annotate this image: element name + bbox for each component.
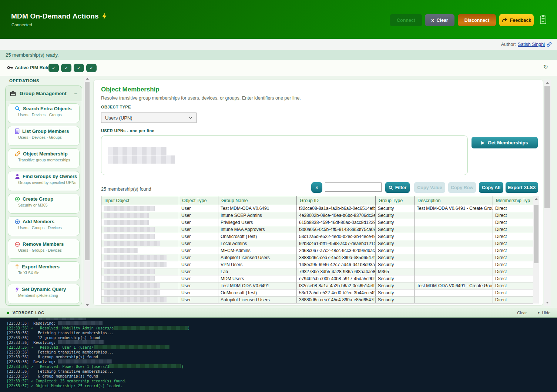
main-scrollbar-thumb[interactable] [544, 86, 550, 208]
scroll-up-icon[interactable] [86, 78, 89, 80]
redacted-input-object [104, 220, 149, 225]
sidebar-item-find-groups-by-owners[interactable]: Find Groups by OwnersGroups owned by spe… [8, 171, 80, 191]
scroll-down-icon[interactable] [546, 302, 549, 304]
log-clear-button[interactable]: Clear [517, 311, 527, 315]
copy-row-button[interactable]: Copy Row [448, 182, 476, 193]
log-timestamp: [22:33:36] [7, 369, 29, 373]
filter-input[interactable] [325, 182, 382, 192]
sidebar-group-header[interactable]: Group Management − [6, 86, 82, 101]
column-header-object-type[interactable]: Object Type [179, 196, 218, 205]
cell-group-type: Security [376, 212, 415, 219]
redacted-input-object [104, 297, 167, 302]
table-row[interactable]: UserLab793278be-3db5-4a28-936a-6f3aa4ae8… [101, 268, 534, 275]
sidebar-item-title: List Group Members [22, 128, 69, 134]
copy-all-button[interactable]: Copy All [479, 182, 503, 193]
table-row[interactable]: UserIntune MAA Approversf3d0a056-0c5b-4f… [101, 226, 534, 233]
sidebar-scrollbar-thumb[interactable] [85, 82, 90, 260]
log-line: [22:33:37] ✓ Object Membership: 25 recor… [7, 383, 557, 388]
copy-value-button[interactable]: Copy Value [414, 182, 445, 193]
refresh-icon[interactable]: ↻ [543, 63, 548, 70]
sidebar-item-list-group-members[interactable]: List Group MembersUsers · Devices · Grou… [8, 126, 80, 146]
sidebar-item-object-membership[interactable]: Object MembershipTransitive group member… [8, 148, 80, 168]
sidebar-item-export-members[interactable]: Export MembersTo XLSX file [8, 261, 80, 281]
page-title: MDM On-Demand Actions [11, 12, 99, 20]
cell-input-object [101, 304, 179, 304]
arrow-up-icon [15, 264, 19, 269]
table-row[interactable]: UserTest MDM-ODA V0.6491f32cce08-8a1a-4a… [101, 205, 534, 212]
play-icon: ▶ [481, 140, 484, 145]
scroll-up-icon[interactable] [546, 82, 549, 84]
cell-membership-type: Direct [493, 219, 534, 226]
object-type-select[interactable]: Users (UPN) [101, 113, 197, 123]
table-row[interactable]: UserTest MDM-ODA V0.6491f32cce08-8a1a-4a… [101, 282, 534, 289]
upns-textarea[interactable] [101, 135, 468, 175]
sidebar-item-title: Find Groups by Owners [23, 174, 77, 179]
table-scrollbar-thumb[interactable] [534, 205, 538, 263]
pim-role-badge[interactable]: ✓ [48, 64, 59, 72]
pim-role-badge[interactable]: ✓ [61, 64, 71, 72]
log-line [7, 318, 557, 321]
table-row[interactable]: UserVPN Users148ecf95-6946-42c7-ad46-d41… [101, 261, 534, 268]
scroll-down-icon[interactable] [86, 304, 89, 306]
get-memberships-button[interactable]: ▶ Get Memberships [472, 137, 538, 148]
cell-membership-type: Direct [493, 296, 534, 304]
connect-button[interactable]: Connect [390, 14, 422, 26]
log-line: [22:33:36] 6 group membership(s) found [7, 374, 557, 379]
scroll-up-icon[interactable] [535, 198, 538, 200]
cell-membership-type: Direct [493, 289, 534, 296]
log-status-dot-icon [7, 312, 9, 314]
clipboard-icon[interactable] [540, 15, 547, 24]
column-header-group-name[interactable]: Group Name [218, 196, 297, 205]
table-row[interactable]: UserPrivileged Users615b8838-459f-46df-8… [101, 219, 534, 226]
feedback-button[interactable]: Feedback [499, 14, 534, 26]
cell-description: Test MDM-ODA V0.6491 - Create Group [415, 282, 493, 289]
export-xlsx-button[interactable]: Export XLSX [506, 182, 538, 193]
sidebar-item-set-dynamic-query[interactable]: Set Dynamic QueryMembershipRule string [8, 284, 80, 304]
table-row[interactable]: UserAutopilot Licensed Users38880d6c-cea… [101, 296, 534, 304]
cell-group-type: Security [376, 219, 415, 226]
table-row[interactable]: UserMECM-Admins2d68c067-a7c2-48cc-9cc3-9… [101, 247, 534, 254]
sidebar-item-title: Search Entra Objects [23, 106, 72, 111]
table-row[interactable]: UserMDM Userse794b2cb-c00b-40b8-a917-45d… [101, 275, 534, 282]
cell-object-type: User [179, 240, 218, 247]
main-panel: Object Membership Resolve transitive gro… [93, 80, 543, 306]
table-row[interactable]: UserLocal Admins92b3c461-bff1-4598-ac07-… [101, 240, 534, 247]
redacted-input-object [104, 290, 160, 295]
cell-object-type: User [179, 254, 218, 261]
sidebar-item-remove-members[interactable]: Remove MembersUsers · Groups · Devices [8, 239, 80, 259]
sidebar-item-create-group[interactable]: Create GroupSecurity or M365 [8, 194, 80, 214]
column-header-membership-typ[interactable]: Membership Typ [493, 196, 534, 205]
filter-button[interactable]: Filter [385, 182, 410, 193]
log-line: [22:33:35] Resolving: [7, 321, 557, 326]
column-header-description[interactable]: Description [415, 196, 493, 205]
clear-button[interactable]: xClear [425, 14, 454, 26]
pim-roles-label: Active PIM Roles [15, 60, 52, 76]
sidebar-item-add-members[interactable]: Add MembersUsers · Groups · Devices [8, 216, 80, 236]
table-header-row: Input ObjectObject TypeGroup NameGroup I… [101, 196, 534, 205]
triangle-down-icon: ▼ [537, 311, 540, 315]
sidebar-item-search-entra-objects[interactable]: Search Entra ObjectsUsers · Devices · Gr… [8, 103, 80, 123]
log-hide-button[interactable]: ▼ Hide [537, 311, 550, 315]
table-row[interactable]: UserIntune SCEP Admins4e38002b-08ce-40ea… [101, 212, 534, 219]
column-header-group-id[interactable]: Group ID [297, 196, 376, 205]
disconnect-button[interactable]: Disconnect [458, 14, 496, 26]
collapse-icon[interactable]: − [74, 90, 77, 97]
pim-role-badge[interactable]: ✓ [74, 64, 84, 72]
table-row[interactable]: UserAutopilot Licensed Users38880d6c-cea… [101, 254, 534, 261]
column-header-group-type[interactable]: Group Type [376, 196, 415, 205]
clear-filter-button[interactable]: × [311, 182, 322, 193]
cell-group-id: 38880d6c-cea7-45c4-890a-e85d6547f9a [297, 296, 376, 304]
cell-group-type: Security [376, 247, 415, 254]
log-line: [22:33:36] Fetching transitive membershi… [7, 331, 557, 335]
verbose-log-bar: VERBOSE LOG Clear ▼ Hide [0, 308, 557, 318]
cell-description [415, 296, 493, 304]
author-link[interactable]: Satish Singhi [518, 42, 545, 47]
table-row[interactable]: UserOnMicrosoft (Test)53c12a5d-e522-4ed0… [101, 289, 534, 296]
results-table: Input ObjectObject TypeGroup NameGroup I… [101, 196, 533, 304]
pim-role-badge[interactable]: ✓ [86, 64, 97, 72]
table-row[interactable]: UserOnMicrosoft (Test)53c12a5d-e522-4ed0… [101, 233, 534, 240]
cell-group-name: Local Admins [218, 240, 297, 247]
table-row[interactable]: UserVPN Users148ecf95-6946-42c7-ad46-d41… [101, 304, 534, 304]
log-line: [22:33:36] Fetching transitive membershi… [7, 369, 557, 374]
column-header-input-object[interactable]: Input Object [101, 196, 179, 205]
